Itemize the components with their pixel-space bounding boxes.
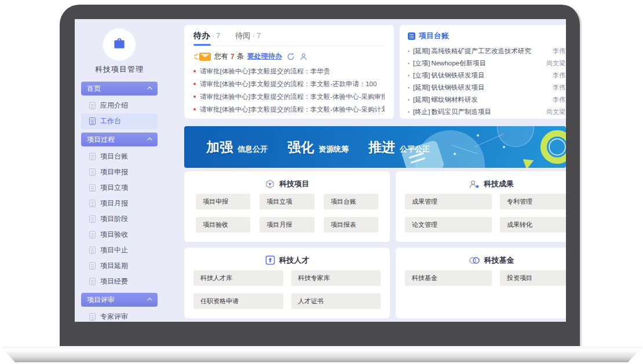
sidebar-item-label: 工作台 [100, 116, 121, 126]
card-title: 科技项目 [279, 179, 309, 189]
sidebar-section-project-review[interactable]: 项目评审 [81, 293, 158, 307]
talent-pool-button[interactable]: 科技人才库 [193, 270, 283, 286]
sidebar-item-project-ledger[interactable]: 项目台账 [81, 149, 158, 164]
ledger-row[interactable]: [延期]高纯铁精矿提产工艺改造技术研究李伟 [408, 45, 565, 57]
cube-icon [265, 179, 275, 189]
card-tech-project: 科技项目 项目申报 项目立项 项目台账 项目验收 项目月报 项目报表 [184, 171, 390, 242]
app-title: 科技项目管理 [81, 64, 158, 75]
tab-todo[interactable]: 待办· 7 [193, 31, 220, 46]
todo-item[interactable]: 请审批[体验中心]李文毅提交的流程：李文毅-体验中心-采购计划-项目 [193, 103, 385, 116]
notice-text: 条 [237, 52, 244, 61]
todo-item[interactable]: 请审批[体验中心]李文毅提交的流程：李文毅-还款申请：100 [193, 78, 385, 90]
sidebar-item-project-approval[interactable]: 项目立项 [81, 180, 158, 196]
sidebar-item-label: 项目申报 [100, 167, 128, 177]
more-button[interactable]: ··· [374, 109, 385, 117]
banner-small-text: 资源统筹 [319, 144, 349, 155]
tab-label: 待办 [193, 31, 210, 40]
network-dot [477, 134, 479, 137]
tab-toread[interactable]: 待阅· 7 [235, 31, 261, 46]
card-header: 科技基金 [396, 248, 566, 266]
todo-panel: 待办· 7 待阅· 7 您有 7 条 要处理待办 [184, 25, 394, 119]
banner-big-text: 加强 [206, 138, 233, 156]
refresh-icon[interactable] [287, 53, 295, 61]
project-ledger-button[interactable]: 项目台账 [324, 194, 378, 209]
ledger-name: 钒钛钢铁研发项目 [431, 83, 548, 92]
sidebar-item-app-intro[interactable]: 应用介绍 [81, 98, 158, 113]
ledger-title: 项目台账 [419, 31, 449, 41]
doc-icon [89, 215, 96, 223]
network-dot [503, 146, 505, 148]
ledger-owner: 李伟 [553, 71, 565, 80]
app-screen: 科技项目管理 首页 应用介绍 工作台 项目过程 [75, 19, 566, 322]
tech-fund-button[interactable]: 科技基金 [405, 270, 492, 286]
ledger-name: 高纯铁精矿提产工艺改造技术研究 [431, 47, 548, 56]
ledger-name: Newhope创新项目 [431, 59, 542, 68]
tab-label: 待阅 [235, 31, 250, 40]
banner[interactable]: 加强 信息公开 强化 资源统筹 推进 公平公正 [184, 126, 566, 168]
ledger-row[interactable]: [延期]螺纹钢材料研发李伟 [408, 94, 565, 106]
project-acceptance-button[interactable]: 项目验收 [196, 217, 250, 233]
sidebar-item-acceptance[interactable]: 项目验收 [81, 227, 158, 242]
sidebar-section-label: 首页 [87, 84, 101, 94]
qualification-apply-button[interactable]: 任职资格申请 [193, 293, 283, 309]
ledger-row[interactable]: [延期]钒钛钢铁研发项目李伟 [408, 82, 565, 94]
ledger-row[interactable]: [立项]钒钛钢铁研发项目李伟 [408, 69, 565, 82]
banner-big-text: 强化 [287, 138, 314, 156]
bullet [408, 62, 410, 64]
invest-project-button[interactable]: 投资项目 [500, 270, 566, 286]
sidebar-item-project-apply[interactable]: 项目申报 [81, 164, 158, 180]
ledger-owner: 李伟 [553, 83, 565, 92]
todo-item-text: 请审批[体验中心]李文毅提交的流程：李文毅-还款申请：100 [200, 80, 377, 89]
banner-phrase: 强化 资源统筹 [287, 138, 349, 156]
project-report-button[interactable]: 项目报表 [324, 217, 378, 233]
sidebar-item-label: 项目中止 [100, 245, 128, 255]
todo-item[interactable]: 请审批[体验中心]李文毅提交的流程：李文毅-体验中心-采购审批单-项目 [193, 90, 385, 103]
doc-icon [89, 200, 96, 207]
paper-manage-button[interactable]: 论文管理 [405, 217, 492, 233]
app-logo [103, 28, 136, 61]
person-icon[interactable] [299, 53, 308, 61]
sidebar-section-project-process[interactable]: 项目过程 [81, 133, 158, 146]
doc-icon [89, 247, 96, 254]
todo-notice: 您有 7 条 要处理待办 [193, 52, 385, 61]
project-approval-button[interactable]: 项目立项 [260, 194, 314, 209]
patent-manage-button[interactable]: 专利管理 [500, 194, 566, 209]
notice-count: 7 [231, 53, 235, 61]
banner-slogan: 加强 信息公开 强化 资源统筹 推进 公平公正 [206, 126, 450, 168]
doc-icon [89, 117, 96, 125]
project-monthly-button[interactable]: 项目月报 [260, 217, 314, 233]
todo-item[interactable]: 请审批[体验中心]李文毅提交的流程：李华贵 [193, 65, 385, 78]
talent-cert-button[interactable]: 人才证书 [291, 293, 381, 309]
sidebar-item-extension[interactable]: 项目延期 [81, 258, 158, 274]
sidebar-item-label: 项目阶段 [100, 214, 128, 224]
card-header: 科技人才 [184, 248, 390, 266]
ledger-row[interactable]: [终止]数码宝贝产制造项目尚文梁 [408, 106, 565, 118]
card-title: 科技成果 [484, 179, 514, 189]
sidebar-item-monthly-report[interactable]: 项目月报 [81, 196, 158, 211]
sidebar-item-project-stage[interactable]: 项目阶段 [81, 211, 158, 227]
chevron-up-icon [147, 297, 152, 302]
bullet [408, 50, 410, 52]
todo-item-text: 请审批[体验中心]李文毅提交的流程：李文毅-体验中心-采购审批单-项目 [200, 93, 385, 101]
sidebar-item-expert-review[interactable]: 专家评审 [81, 309, 158, 322]
todo-list: 请审批[体验中心]李文毅提交的流程：李华贵 请审批[体验中心]李文毅提交的流程：… [193, 65, 385, 116]
achievement-transform-button[interactable]: 成果转化 [500, 217, 566, 233]
handle-todo-link[interactable]: 要处理待办 [247, 52, 282, 61]
achievement-manage-button[interactable]: 成果管理 [405, 194, 492, 209]
card-buttons: 项目申报 项目立项 项目台账 项目验收 项目月报 项目报表 [184, 194, 390, 233]
banner-faint-circle [497, 126, 534, 147]
ledger-tag: [延期] [413, 47, 430, 56]
talent-badge-icon [265, 255, 275, 265]
banner-phrase: 加强 信息公开 [206, 138, 268, 156]
sidebar-item-funds[interactable]: 项目经费 [81, 274, 158, 289]
sidebar-item-termination[interactable]: 项目中止 [81, 242, 158, 258]
expert-pool-button[interactable]: 科技专家库 [291, 270, 381, 286]
sidebar-item-label: 项目验收 [100, 230, 128, 240]
doc-icon [89, 231, 96, 238]
todo-item-text: 请审批[体验中心]李文毅提交的流程：李华贵 [200, 67, 330, 76]
ledger-owner: 尚文梁 [546, 59, 565, 68]
ledger-row[interactable]: [立项]Newhope创新项目尚文梁 [408, 57, 565, 69]
sidebar-item-workbench[interactable]: 工作台 [81, 113, 158, 129]
project-apply-button[interactable]: 项目申报 [196, 194, 250, 209]
sidebar-section-home[interactable]: 首页 [81, 82, 158, 95]
